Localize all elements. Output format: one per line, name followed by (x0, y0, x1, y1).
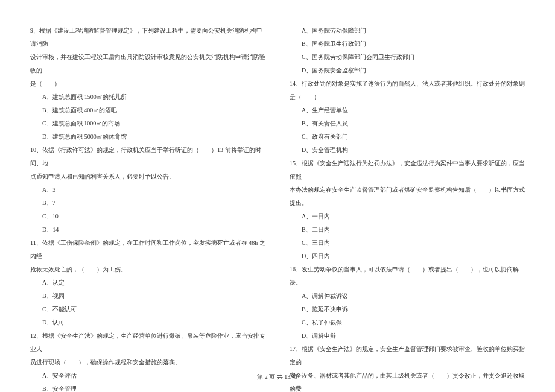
question-9-option-b: B、建筑总面积 400㎡的酒吧 (30, 104, 265, 117)
question-15-line1: 15、根据《安全生产违法行为处罚办法》，安全违法行为案件中当事人要求听证的，应当… (290, 157, 525, 183)
question-15-option-a: A、一日内 (290, 210, 525, 223)
question-11-option-c: C、不能认可 (30, 303, 265, 316)
question-10-option-b: B、7 (30, 197, 265, 210)
question-13-option-d: D、国务院安全监察部门 (290, 64, 525, 77)
question-16-line1: 16、发生劳动争议的当事人，可以依法申请（ ）或者提出（ ），也可以协商解决。 (290, 263, 525, 289)
question-14-option-d: D、安全管理机构 (290, 144, 525, 157)
question-11-option-d: D、认可 (30, 316, 265, 329)
question-9-option-d: D、建筑总面积 5000㎡的体育馆 (30, 130, 265, 144)
question-9-line3: 是（ ） (30, 77, 265, 90)
question-12-line1: 12、根据《安全生产法》的规定，生产经营单位进行爆破、吊装等危险作业，应当安排专… (30, 329, 265, 356)
question-10-option-d: D、14 (30, 223, 265, 236)
question-9-line2: 设计审核，并在建设工程竣工后向出具消防设计审核意见的公安机关消防机构申请消防验收… (30, 51, 265, 77)
question-13-option-b: B、国务院卫生行政部门 (290, 37, 525, 51)
question-14-line1: 14、行政处罚的对象是实施了违法行为的自然人、法人或者其他组织。行政处分的对象则… (290, 77, 525, 104)
question-10-option-a: A、3 (30, 183, 265, 197)
question-10-option-c: C、10 (30, 210, 265, 223)
question-9-option-a: A、建筑总面积 1500㎡的托儿所 (30, 90, 265, 104)
question-13-option-c: C、国务院劳动保障部门会同卫生行政部门 (290, 51, 525, 64)
left-column: 9、根据《建设工程消防监督管理规定》，下列建设工程中，需要向公安机关消防机构申请… (30, 24, 265, 362)
document-columns: 9、根据《建设工程消防监督管理规定》，下列建设工程中，需要向公安机关消防机构申请… (30, 24, 525, 362)
question-15-line2: 本办法的规定在安全生产监督管理部门或者煤矿安全监察机构告知后（ ）以书面方式提出… (290, 183, 525, 210)
question-15-option-d: D、四日内 (290, 250, 525, 263)
question-11-line2: 抢救无效死亡的，（ ）为工伤。 (30, 263, 265, 276)
question-12-line2: 员进行现场（ ），确保操作规程和安全措施的落实。 (30, 356, 265, 369)
question-15-option-b: B、二日内 (290, 223, 525, 236)
question-16-option-c: C、私了仲裁保 (290, 316, 525, 329)
question-11-option-b: B、视同 (30, 289, 265, 303)
question-16-option-d: D、调解申辩 (290, 329, 525, 343)
question-14-option-b: B、有关责任人员 (290, 117, 525, 130)
question-14-option-c: C、政府有关部门 (290, 130, 525, 144)
question-12-option-b: B、安全管理 (30, 382, 265, 392)
question-16-option-a: A、调解仲裁诉讼 (290, 289, 525, 303)
question-15-option-c: C、三日内 (290, 236, 525, 250)
page-footer: 第 2 页 共 13 页 (0, 373, 555, 381)
question-17-line1: 17、根据《安全生产法》的规定，安全生产监督管理部门要求被审查、验收的单位购买指… (290, 343, 525, 369)
question-11-line1: 11、依据《工伤保险条例》的规定，在工作时间和工作岗位，突发疾病死亡或者在 48… (30, 236, 265, 263)
question-10-line2: 点通知申请人和已知的利害关系人，必要时予以公告。 (30, 170, 265, 183)
right-column: A、国务院劳动保障部门 B、国务院卫生行政部门 C、国务院劳动保障部门会同卫生行… (290, 24, 525, 362)
question-10-line1: 10、依据《行政许可法》的规定，行政机关应当于举行听证的（ ）13 前将举证的时… (30, 144, 265, 170)
question-9-option-c: C、建筑总面积 1000㎡的商场 (30, 117, 265, 130)
question-9-line1: 9、根据《建设工程消防监督管理规定》，下列建设工程中，需要向公安机关消防机构申请… (30, 24, 265, 51)
question-16-option-b: B、拖延不决申诉 (290, 303, 525, 316)
question-11-option-a: A、认定 (30, 276, 265, 289)
question-13-option-a: A、国务院劳动保障部门 (290, 24, 525, 37)
question-14-option-a: A、生产经营单位 (290, 104, 525, 117)
